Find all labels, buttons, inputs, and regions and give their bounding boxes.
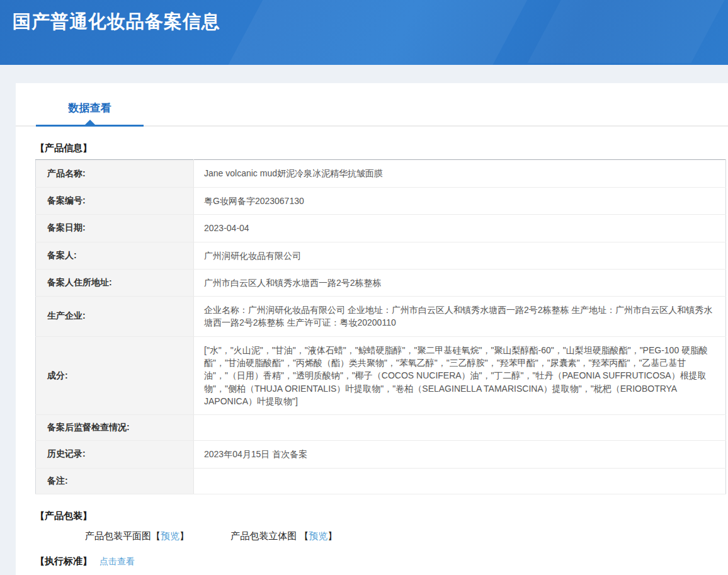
bracket-close: 】 — [179, 530, 189, 541]
page-banner: 国产普通化妆品备案信息 — [0, 0, 728, 65]
table-row: 产品名称: Jane volcanic mud妍泥冷泉冰泥精华抗皱面膜 — [36, 160, 726, 188]
packaging-flat-label: 产品包装平面图 — [85, 530, 151, 541]
tab-bar: 数据查看 — [16, 83, 728, 127]
bracket-open: 【 — [151, 530, 161, 541]
table-row: 备注: — [36, 468, 726, 494]
row-value-product-name: Jane volcanic mud妍泥冷泉冰泥精华抗皱面膜 — [194, 160, 726, 188]
table-row: 历史记录: 2023年04月15日 首次备案 — [36, 441, 726, 468]
row-value-remarks — [194, 468, 726, 494]
standard-row: 【执行标准】点击查看 — [35, 555, 726, 567]
table-row: 备案日期: 2023-04-04 — [36, 215, 726, 242]
row-value-registrant: 广州润研化妆品有限公司 — [194, 242, 726, 269]
row-label-remarks: 备注: — [36, 468, 194, 494]
page-title: 国产普通化妆品备案信息 — [0, 0, 728, 35]
row-value-ingredients: ["水"，"火山泥"，"甘油"，"液体石蜡"，"鲸蜡硬脂醇"，"聚二甲基硅氧烷"… — [194, 336, 726, 414]
content-card: 数据查看 【产品信息】 产品名称: Jane volcanic mud妍泥冷泉冰… — [16, 83, 728, 575]
packaging-stereo-preview-link[interactable]: 预览 — [309, 530, 327, 541]
section-title-standard: 【执行标准】 — [35, 555, 92, 566]
bracket-open: 【 — [299, 530, 309, 541]
section-title-packaging: 【产品包装】 — [35, 510, 726, 522]
product-info-table: 产品名称: Jane volcanic mud妍泥冷泉冰泥精华抗皱面膜 备案编号… — [35, 159, 726, 494]
packaging-flat-item: 产品包装平面图【预览】 — [85, 530, 189, 542]
main-content: 【产品信息】 产品名称: Jane volcanic mud妍泥冷泉冰泥精华抗皱… — [16, 142, 728, 575]
table-row: 生产企业: 企业名称：广州润研化妆品有限公司 企业地址：广州市白云区人和镇秀水塘… — [36, 297, 726, 337]
tab-active-indicator-triangle — [85, 120, 95, 125]
packaging-stereo-label: 产品包装立体图 — [230, 530, 297, 541]
section-title-product-info: 【产品信息】 — [35, 142, 726, 154]
table-row: 备案后监督检查情况: — [36, 415, 726, 441]
row-label-registrant-address: 备案人住所地址: — [36, 269, 194, 296]
row-label-registrant: 备案人: — [36, 242, 194, 269]
row-label-product-name: 产品名称: — [36, 160, 194, 188]
packaging-flat-preview-link[interactable]: 预览 — [161, 530, 179, 541]
row-value-filing-date: 2023-04-04 — [194, 215, 726, 242]
row-value-history: 2023年04月15日 首次备案 — [194, 441, 726, 468]
row-label-supervision: 备案后监督检查情况: — [36, 415, 194, 441]
standard-view-link[interactable]: 点击查看 — [100, 556, 135, 566]
packaging-links-row: 产品包装平面图【预览】 产品包装立体图 【预览】 — [85, 530, 726, 542]
table-row: 备案人住所地址: 广州市白云区人和镇秀水塘西一路2号2栋整栋 — [36, 269, 726, 296]
row-label-history: 历史记录: — [36, 441, 194, 468]
row-value-filing-number: 粤G妆网备字2023067130 — [194, 188, 726, 215]
row-value-manufacturer: 企业名称：广州润研化妆品有限公司 企业地址：广州市白云区人和镇秀水塘西一路2号2… — [194, 297, 726, 337]
packaging-stereo-item: 产品包装立体图 【预览】 — [230, 530, 337, 542]
bracket-close: 】 — [327, 530, 337, 541]
table-row: 成分: ["水"，"火山泥"，"甘油"，"液体石蜡"，"鲸蜡硬脂醇"，"聚二甲基… — [36, 336, 726, 414]
row-label-filing-number: 备案编号: — [36, 188, 194, 215]
row-label-manufacturer: 生产企业: — [36, 297, 194, 337]
tab-data-view[interactable]: 数据查看 — [36, 101, 144, 127]
row-value-registrant-address: 广州市白云区人和镇秀水塘西一路2号2栋整栋 — [194, 269, 726, 296]
row-label-filing-date: 备案日期: — [36, 215, 194, 242]
table-row: 备案编号: 粤G妆网备字2023067130 — [36, 188, 726, 215]
row-label-ingredients: 成分: — [36, 336, 194, 414]
table-row: 备案人: 广州润研化妆品有限公司 — [36, 242, 726, 269]
row-value-supervision — [194, 415, 726, 441]
tab-data-view-label: 数据查看 — [69, 102, 111, 114]
